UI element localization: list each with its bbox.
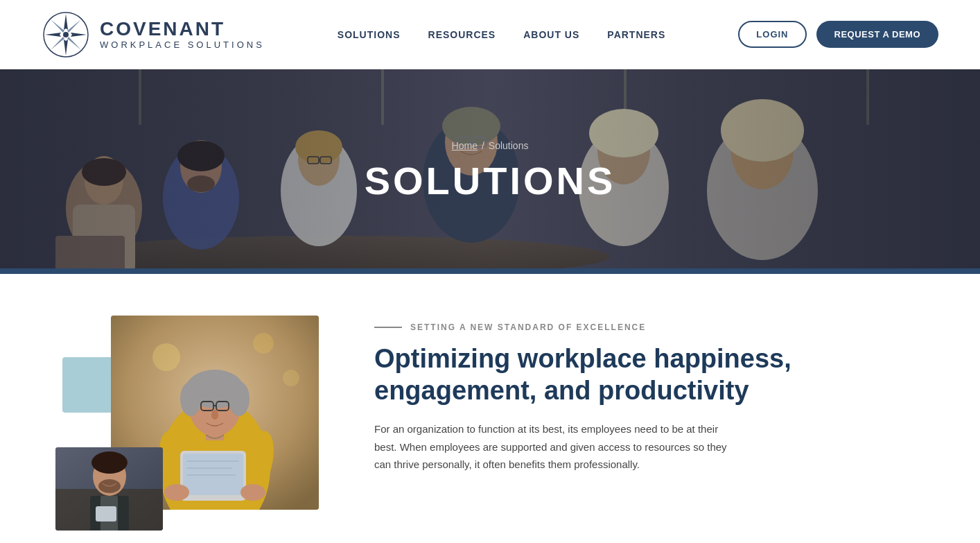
svg-point-56	[211, 410, 218, 420]
accent-teal-block	[62, 357, 118, 413]
logo-sub: WORKPLACE SOLUTIONS	[100, 40, 265, 50]
svg-point-45	[253, 333, 274, 354]
svg-marker-5	[67, 19, 81, 33]
svg-marker-1	[64, 14, 68, 30]
main-nav: SOLUTIONS RESOURCES ABOUT US PARTNERS	[338, 29, 665, 40]
svg-rect-73	[96, 506, 116, 522]
content-section: SETTING A NEW STANDARD OF EXCELLENCE Opt…	[0, 274, 980, 543]
svg-marker-2	[64, 40, 68, 55]
svg-point-65	[240, 484, 265, 501]
nav-resources[interactable]: RESOURCES	[428, 29, 496, 40]
content-body-text: For an organization to function at its b…	[374, 420, 735, 474]
svg-point-64	[164, 484, 189, 501]
svg-point-9	[63, 32, 69, 37]
nav-actions: LOGIN REQUEST A DEMO	[738, 21, 938, 48]
hero-section: Home / Solutions SOLUTIONS	[0, 69, 980, 274]
nav-partners[interactable]: PARTNERS	[607, 29, 665, 40]
svg-point-46	[283, 370, 299, 386]
eyebrow-label: SETTING A NEW STANDARD OF EXCELLENCE	[410, 322, 646, 332]
request-demo-button[interactable]: REQUEST A DEMO	[816, 21, 939, 48]
logo-text: COVENANT WORKPLACE SOLUTIONS	[100, 19, 265, 50]
logo[interactable]: COVENANT WORKPLACE SOLUTIONS	[42, 10, 265, 59]
svg-marker-7	[67, 37, 81, 50]
breadcrumb: Home / Solutions	[452, 140, 529, 151]
svg-rect-60	[183, 454, 243, 495]
content-text: SETTING A NEW STANDARD OF EXCELLENCE Opt…	[374, 316, 925, 474]
content-images	[55, 316, 319, 537]
svg-point-44	[152, 343, 180, 371]
svg-point-51	[180, 381, 201, 416]
nav-about-us[interactable]: ABOUT US	[523, 29, 579, 40]
logo-icon	[42, 10, 90, 59]
logo-covenant: COVENANT	[100, 19, 265, 40]
eyebrow-container: SETTING A NEW STANDARD OF EXCELLENCE	[374, 322, 925, 332]
breadcrumb-current: Solutions	[489, 140, 529, 151]
svg-marker-3	[71, 33, 87, 37]
eyebrow-line	[374, 327, 402, 328]
site-header: COVENANT WORKPLACE SOLUTIONS SOLUTIONS R…	[0, 0, 980, 69]
hero-bottom-bar	[0, 268, 980, 274]
breadcrumb-home[interactable]: Home	[452, 140, 478, 151]
svg-marker-4	[45, 33, 61, 37]
content-heading: Optimizing workplace happiness, engageme…	[374, 343, 925, 406]
svg-point-52	[229, 381, 250, 416]
breadcrumb-separator: /	[482, 140, 484, 151]
login-button[interactable]: LOGIN	[738, 21, 806, 48]
svg-marker-6	[51, 19, 64, 33]
svg-marker-8	[51, 37, 64, 50]
nav-solutions[interactable]: SOLUTIONS	[338, 29, 401, 40]
svg-point-69	[91, 451, 128, 474]
hero-title: SOLUTIONS	[365, 158, 616, 203]
secondary-image	[55, 447, 163, 531]
hero-content: Home / Solutions SOLUTIONS	[0, 69, 980, 274]
